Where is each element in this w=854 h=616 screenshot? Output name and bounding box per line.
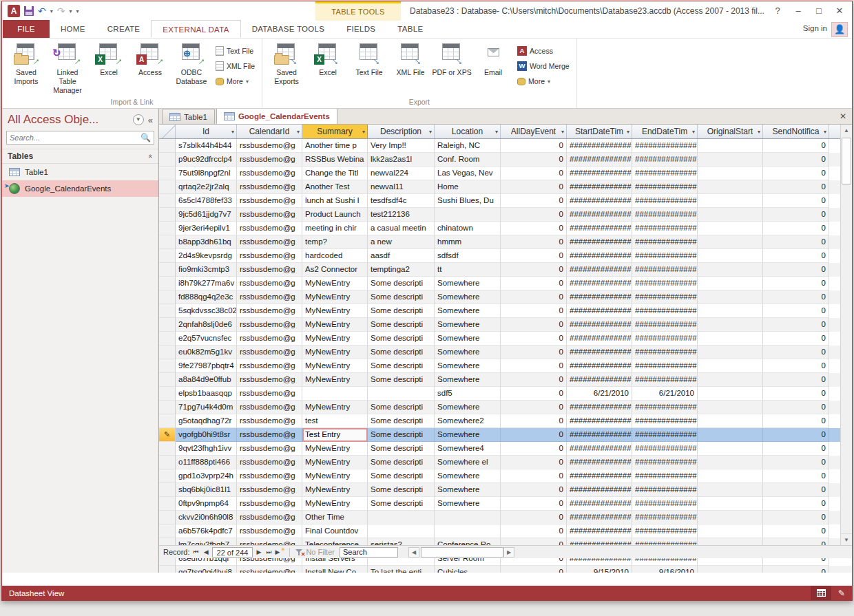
- row-selector[interactable]: [159, 194, 176, 208]
- table-row[interactable]: 6s5cl4788fef33rssbusdemo@glunch at Sushi…: [159, 194, 852, 208]
- cell-startdatetim[interactable]: 9/15/2010: [567, 566, 632, 573]
- ribbon-tab-home[interactable]: HOME: [50, 20, 96, 38]
- table-row[interactable]: ckvv2i0n6h90l8rssbusdemo@gOther Time0###…: [159, 511, 852, 524]
- cell-id[interactable]: 5sqkdvssc38c02: [176, 304, 237, 318]
- design-view-button[interactable]: ✎: [831, 586, 852, 600]
- cell-description[interactable]: Some descripti: [368, 359, 435, 373]
- scroll-down-icon[interactable]: ▼: [841, 533, 852, 545]
- cell-calendarid[interactable]: rssbusdemo@g: [237, 346, 302, 359]
- cell-summary[interactable]: meeting in chir: [302, 222, 368, 235]
- cell-description[interactable]: Some descripti: [368, 304, 435, 318]
- ribbon-tab-database-tools[interactable]: DATABASE TOOLS: [241, 20, 336, 38]
- cell-summary[interactable]: MyNewEntry: [302, 318, 368, 332]
- maximize-button[interactable]: □: [809, 3, 829, 19]
- horizontal-scrollbar[interactable]: ◀ ▶: [408, 546, 514, 558]
- cell-startdatetim[interactable]: ##############: [567, 456, 632, 469]
- cell-id[interactable]: 75ut9l8npgf2nl: [176, 167, 237, 180]
- cell-id[interactable]: 0ftpv9npmp64: [176, 497, 237, 511]
- cell-sendnotifica[interactable]: 0: [763, 442, 829, 456]
- cell-calendarid[interactable]: rssbusdemo@g: [237, 332, 302, 346]
- cell-originalstart[interactable]: [698, 139, 763, 153]
- cell-calendarid[interactable]: rssbusdemo@g: [237, 373, 302, 387]
- ribbon-tab-fields[interactable]: FIELDS: [335, 20, 386, 38]
- row-selector[interactable]: [159, 359, 176, 373]
- cell-originalstart[interactable]: [698, 249, 763, 263]
- cell-alldayevent[interactable]: 0: [501, 180, 567, 194]
- xml-file-export-button[interactable]: →XML File: [390, 41, 430, 77]
- row-selector[interactable]: [159, 318, 176, 332]
- cell-id[interactable]: 71pg7u4k4d0m: [176, 401, 237, 414]
- table-row[interactable]: 2qnfah8slj0de6rssbusdemo@gMyNewEntrySome…: [159, 318, 852, 332]
- row-selector[interactable]: [159, 277, 176, 290]
- cell-alldayevent[interactable]: 0: [501, 332, 567, 346]
- table-row[interactable]: a8a84d9e0ffubrssbusdemo@gMyNewEntrySome …: [159, 373, 852, 387]
- cell-enddatetim[interactable]: ##############: [632, 318, 698, 332]
- table-row[interactable]: elpsb1baasqqprssbusdemo@gsdf506/21/20106…: [159, 387, 852, 401]
- cell-calendarid[interactable]: rssbusdemo@g: [237, 304, 302, 318]
- cell-location[interactable]: Somewhere: [435, 318, 501, 332]
- cell-alldayevent[interactable]: 0: [501, 153, 567, 167]
- cell-description[interactable]: a casual meetin: [368, 222, 435, 235]
- cell-enddatetim[interactable]: ##############: [632, 263, 698, 277]
- cell-calendarid[interactable]: rssbusdemo@g: [237, 414, 302, 428]
- cell-description[interactable]: Some descripti: [368, 277, 435, 290]
- cell-summary[interactable]: As2 Connector: [302, 263, 368, 277]
- cell-id[interactable]: 9jer3eri4epilv1: [176, 222, 237, 235]
- cell-enddatetim[interactable]: ##############: [632, 304, 698, 318]
- cell-calendarid[interactable]: rssbusdemo@g: [237, 387, 302, 401]
- cell-description[interactable]: [368, 511, 435, 524]
- cell-id[interactable]: o11ff888pti466: [176, 456, 237, 469]
- cell-summary[interactable]: Product Launch: [302, 208, 368, 222]
- cell-calendarid[interactable]: rssbusdemo@g: [237, 511, 302, 524]
- cell-enddatetim[interactable]: ##############: [632, 483, 698, 497]
- cell-description[interactable]: aasdf: [368, 249, 435, 263]
- cell-sendnotifica[interactable]: 0: [763, 290, 829, 304]
- cell-sendnotifica[interactable]: 0: [763, 511, 829, 524]
- cell-id[interactable]: vgofgb0hi9t8sr: [176, 428, 237, 442]
- table-row[interactable]: b8app3dh61bqrssbusdemo@gtemp?a newhmmm0#…: [159, 235, 852, 249]
- column-dropdown-icon[interactable]: ▾: [495, 129, 498, 135]
- cell-calendarid[interactable]: rssbusdemo@g: [237, 497, 302, 511]
- cell-startdatetim[interactable]: ##############: [567, 497, 632, 511]
- table-row[interactable]: 75ut9l8npgf2nlrssbusdemo@gChange the Tit…: [159, 167, 852, 180]
- cell-alldayevent[interactable]: 0: [501, 277, 567, 290]
- cell-sendnotifica[interactable]: 0: [763, 167, 829, 180]
- cell-summary[interactable]: MyNewEntry: [302, 346, 368, 359]
- cell-location[interactable]: Somewhere: [435, 304, 501, 318]
- cell-alldayevent[interactable]: 0: [501, 222, 567, 235]
- cell-description[interactable]: lkk2as2as1l: [368, 153, 435, 167]
- cell-originalstart[interactable]: [698, 304, 763, 318]
- cell-sendnotifica[interactable]: 0: [763, 139, 829, 153]
- cell-summary[interactable]: [302, 387, 368, 401]
- cell-originalstart[interactable]: [698, 469, 763, 483]
- cell-enddatetim[interactable]: ##############: [632, 497, 698, 511]
- cell-startdatetim[interactable]: ##############: [567, 359, 632, 373]
- cell-summary[interactable]: MyNewEntry: [302, 497, 368, 511]
- cell-originalstart[interactable]: [698, 414, 763, 428]
- cell-summary[interactable]: MyNewEntry: [302, 290, 368, 304]
- cell-startdatetim[interactable]: ##############: [567, 511, 632, 524]
- cell-id[interactable]: gg7tsq0gi4bui8: [176, 566, 237, 573]
- cell-description[interactable]: newval11: [368, 180, 435, 194]
- cell-summary[interactable]: Install New Co: [302, 566, 368, 573]
- cell-location[interactable]: Somewhere: [435, 332, 501, 346]
- table-row[interactable]: s7sblk44h4b44rssbusdemo@gAnother time pV…: [159, 139, 852, 153]
- last-record-icon[interactable]: ⏭: [264, 549, 273, 556]
- cell-originalstart[interactable]: [698, 359, 763, 373]
- cell-summary[interactable]: MyNewEntry: [302, 456, 368, 469]
- cell-alldayevent[interactable]: 0: [501, 263, 567, 277]
- excel-import-button[interactable]: X→Excel: [89, 41, 129, 77]
- cell-sendnotifica[interactable]: 0: [763, 373, 829, 387]
- text-file-import-button[interactable]: Text File: [213, 45, 258, 57]
- row-selector[interactable]: [159, 222, 176, 235]
- cell-id[interactable]: elpsb1baasqqp: [176, 387, 237, 401]
- row-selector[interactable]: [159, 208, 176, 222]
- cell-summary[interactable]: MyNewEntry: [302, 304, 368, 318]
- table-row[interactable]: fd888qg4q2e3crssbusdemo@gMyNewEntrySome …: [159, 290, 852, 304]
- cell-startdatetim[interactable]: ##############: [567, 346, 632, 359]
- cell-sendnotifica[interactable]: 0: [763, 153, 829, 167]
- column-header-originalstart[interactable]: OriginalStart▾: [698, 125, 763, 138]
- cell-enddatetim[interactable]: ##############: [632, 346, 698, 359]
- cell-description[interactable]: temptinga2: [368, 263, 435, 277]
- close-document-icon[interactable]: ✕: [840, 111, 846, 121]
